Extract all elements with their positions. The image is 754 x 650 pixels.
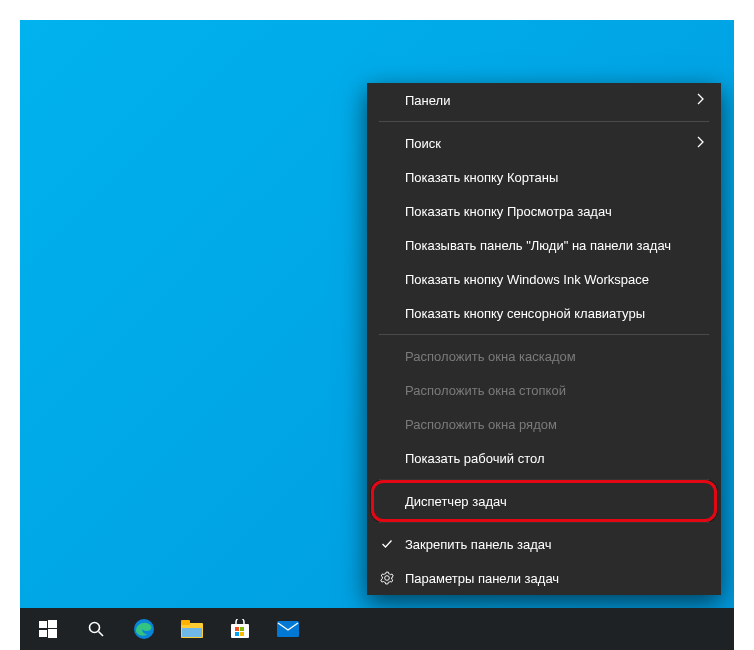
taskbar-pinned-edge[interactable] [120, 608, 168, 650]
menu-item-cortana-button[interactable]: Показать кнопку Кортаны [367, 160, 721, 194]
menu-item-label: Показать кнопку Windows Ink Workspace [405, 272, 649, 287]
menu-item-cascade-windows: Расположить окна каскадом [367, 339, 721, 373]
menu-item-label: Поиск [405, 136, 441, 151]
menu-item-label: Расположить окна стопкой [405, 383, 566, 398]
taskbar-pinned-store[interactable] [216, 608, 264, 650]
menu-separator [379, 121, 709, 122]
menu-separator [379, 479, 709, 480]
taskbar-search-button[interactable] [72, 608, 120, 650]
menu-item-ink-workspace-button[interactable]: Показать кнопку Windows Ink Workspace [367, 262, 721, 296]
menu-item-label: Показывать панель "Люди" на панели задач [405, 238, 671, 253]
svg-line-5 [99, 632, 104, 637]
svg-rect-15 [277, 621, 299, 637]
menu-item-task-view-button[interactable]: Показать кнопку Просмотра задач [367, 194, 721, 228]
highlight-ring: Диспетчер задач [375, 484, 713, 518]
chevron-right-icon [697, 136, 705, 151]
svg-rect-9 [182, 628, 202, 637]
menu-item-stack-windows: Расположить окна стопкой [367, 373, 721, 407]
svg-rect-0 [39, 621, 47, 628]
menu-item-label: Диспетчер задач [405, 494, 507, 509]
menu-item-label: Параметры панели задач [405, 571, 559, 586]
start-button[interactable] [24, 608, 72, 650]
menu-item-touch-keyboard-button[interactable]: Показать кнопку сенсорной клавиатуры [367, 296, 721, 330]
menu-item-label: Показать кнопку сенсорной клавиатуры [405, 306, 645, 321]
file-explorer-icon [181, 620, 203, 638]
menu-separator [379, 334, 709, 335]
menu-item-label: Показать кнопку Кортаны [405, 170, 558, 185]
svg-rect-8 [181, 620, 190, 625]
svg-rect-1 [48, 620, 57, 628]
menu-item-label: Показать кнопку Просмотра задач [405, 204, 612, 219]
menu-item-search[interactable]: Поиск [367, 126, 721, 160]
windows-logo-icon [39, 620, 57, 638]
svg-point-4 [90, 623, 100, 633]
svg-rect-13 [235, 632, 239, 636]
menu-item-label: Расположить окна рядом [405, 417, 557, 432]
menu-item-label: Показать рабочий стол [405, 451, 544, 466]
menu-item-side-by-side-windows: Расположить окна рядом [367, 407, 721, 441]
taskbar-pinned-explorer[interactable] [168, 608, 216, 650]
menu-separator [379, 522, 709, 523]
gear-icon [379, 570, 395, 586]
menu-item-task-manager[interactable]: Диспетчер задач [375, 484, 713, 518]
taskbar-context-menu: Панели Поиск Показать кнопку Кортаны Пок… [367, 83, 721, 595]
desktop: Панели Поиск Показать кнопку Кортаны Пок… [20, 20, 734, 650]
edge-icon [133, 618, 155, 640]
menu-item-lock-taskbar[interactable]: Закрепить панель задач [367, 527, 721, 561]
menu-item-panels[interactable]: Панели [367, 83, 721, 117]
svg-rect-11 [235, 627, 239, 631]
menu-item-label: Расположить окна каскадом [405, 349, 576, 364]
store-icon [230, 619, 250, 639]
menu-item-label: Панели [405, 93, 450, 108]
taskbar-pinned-mail[interactable] [264, 608, 312, 650]
menu-item-show-desktop[interactable]: Показать рабочий стол [367, 441, 721, 475]
menu-item-label: Закрепить панель задач [405, 537, 552, 552]
menu-item-people-panel[interactable]: Показывать панель "Люди" на панели задач [367, 228, 721, 262]
checkmark-icon [379, 536, 395, 552]
svg-rect-12 [240, 627, 244, 631]
svg-rect-2 [39, 630, 47, 637]
menu-item-taskbar-settings[interactable]: Параметры панели задач [367, 561, 721, 595]
mail-icon [277, 621, 299, 637]
search-icon [87, 620, 105, 638]
chevron-right-icon [697, 93, 705, 108]
svg-rect-14 [240, 632, 244, 636]
svg-rect-3 [48, 629, 57, 638]
taskbar [20, 608, 734, 650]
